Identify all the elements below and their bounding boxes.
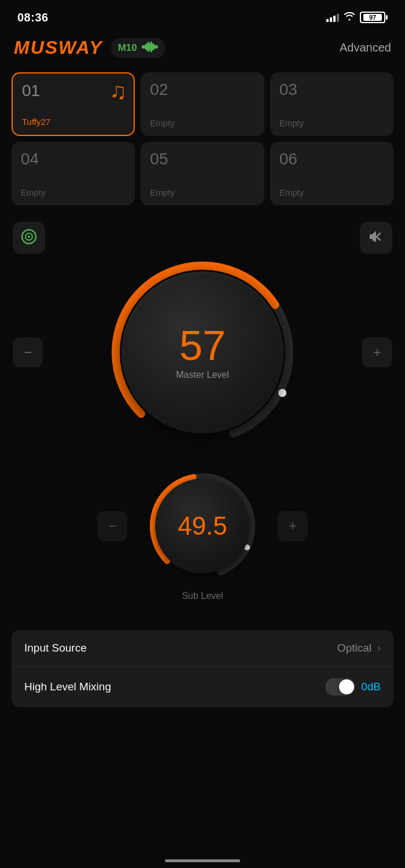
svg-point-12 [278,389,286,397]
sub-section: − 49.5 + Sub Level [0,451,405,607]
svg-rect-5 [148,49,149,52]
preset-card-3[interactable]: 03 Empty [270,72,393,136]
svg-rect-1 [145,43,154,50]
svg-rect-2 [153,45,158,49]
sub-knob-inner: 49.5 [155,479,250,573]
sub-plus-button[interactable]: + [278,511,308,541]
preset-name-4: Empty [21,187,126,197]
master-level-label: Master Level [176,370,229,380]
high-level-mixing-right: 0dB [325,678,381,696]
input-source-row[interactable]: Input Source Optical › [12,630,393,667]
preset-name-2: Empty [150,118,255,128]
master-knob-inner: 57 Master Level [122,271,284,433]
plus-icon: + [373,344,381,361]
preset-name-1: Tuffy27 [22,117,124,127]
high-level-mixing-row[interactable]: High Level Mixing 0dB [12,667,393,707]
sub-knob[interactable]: 49.5 [145,468,260,584]
preset-number-5: 05 [150,150,255,168]
battery-icon: 97 [360,12,388,23]
signal-icon [326,13,339,22]
source-button[interactable] [13,222,45,254]
preset-card-2[interactable]: 02 Empty [141,72,264,136]
mute-icon [367,229,385,247]
sub-level-value: 49.5 [178,512,227,540]
svg-rect-6 [150,49,152,52]
preset-name-5: Empty [150,187,255,197]
status-bar: 08:36 97 [0,0,405,31]
wifi-icon [344,12,355,23]
sub-minus-icon: − [108,518,116,534]
preset-number-6: 06 [279,150,384,168]
high-level-mixing-label: High Level Mixing [24,681,111,693]
device-id: M10 [118,42,137,54]
svg-point-9 [28,236,30,238]
sub-minus-button[interactable]: − [97,511,127,541]
preset-number-4: 04 [21,150,126,168]
source-icon [20,229,38,247]
home-indicator [165,859,240,862]
master-knob-row: − 57 Master Level + [0,254,405,451]
music-icon: ♫ [109,79,127,102]
status-icons: 97 [326,12,388,23]
preset-name-6: Empty [279,187,384,197]
mute-button[interactable] [360,222,392,254]
chevron-right-icon: › [377,642,381,654]
logo-area: musway M10 [14,37,165,58]
advanced-button[interactable]: Advanced [340,41,391,54]
toggle-thumb [339,679,354,694]
input-source-right: Optical › [337,642,381,654]
header: musway M10 Advanced [0,31,405,67]
minus-icon: − [24,344,32,361]
plug-icon [142,41,158,55]
status-time: 08:36 [17,11,49,24]
master-top-buttons [0,214,405,254]
sub-plus-icon: + [289,518,297,534]
preset-number-3: 03 [279,80,384,99]
device-badge[interactable]: M10 [111,38,165,58]
preset-name-3: Empty [279,118,384,128]
master-minus-button[interactable]: − [13,337,43,367]
preset-card-4[interactable]: 04 Empty [12,142,135,205]
mixing-db-value: 0dB [361,681,381,693]
input-source-value: Optical [337,642,371,654]
master-knob[interactable]: 57 Master Level [104,254,301,451]
preset-number-2: 02 [150,80,255,99]
svg-rect-3 [148,42,149,45]
settings-section: Input Source Optical › High Level Mixing… [12,630,393,707]
svg-rect-4 [150,42,152,45]
input-source-label: Input Source [24,642,87,654]
master-level-value: 57 [179,325,226,366]
preset-card-6[interactable]: 06 Empty [270,142,393,205]
preset-card-1[interactable]: 01 Tuffy27 ♫ [12,72,135,136]
preset-grid: 01 Tuffy27 ♫ 02 Empty 03 Empty 04 Empty … [0,67,405,211]
master-plus-button[interactable]: + [362,337,392,367]
app-logo: musway [14,37,103,58]
high-level-mixing-toggle[interactable] [325,678,355,696]
preset-card-5[interactable]: 05 Empty [141,142,264,205]
sub-level-label: Sub Level [182,591,223,601]
sub-controls-row: − 49.5 + [97,468,308,584]
